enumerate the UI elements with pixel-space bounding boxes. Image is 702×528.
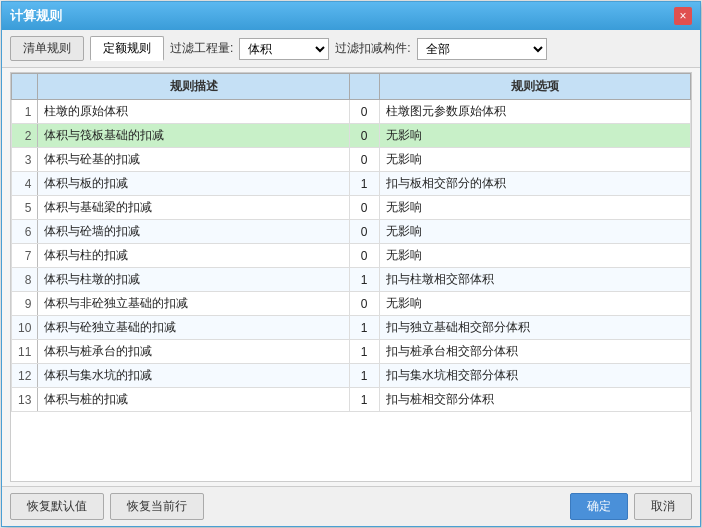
title-bar: 计算规则 × xyxy=(2,2,700,30)
table-row[interactable]: 2体积与筏板基础的扣减0无影响 xyxy=(12,124,691,148)
cell-desc: 体积与桩的扣减 xyxy=(38,388,349,412)
cell-index: 5 xyxy=(12,196,38,220)
table-row[interactable]: 10体积与砼独立基础的扣减1扣与独立基础相交部分体积 xyxy=(12,316,691,340)
footer-right: 确定 取消 xyxy=(570,493,692,520)
col-index-header xyxy=(12,74,38,100)
table-content: 规则描述 规则选项 1柱墩的原始体积0柱墩图元参数原始体积2体积与筏板基础的扣减… xyxy=(2,68,700,486)
cell-desc: 体积与非砼独立基础的扣减 xyxy=(38,292,349,316)
cell-option: 无影响 xyxy=(379,196,690,220)
table-container[interactable]: 规则描述 规则选项 1柱墩的原始体积0柱墩图元参数原始体积2体积与筏板基础的扣减… xyxy=(10,72,692,482)
table-row[interactable]: 8体积与柱墩的扣减1扣与柱墩相交部体积 xyxy=(12,268,691,292)
cell-index: 6 xyxy=(12,220,38,244)
filter-project-label: 过滤工程量: xyxy=(170,40,233,57)
cell-option: 柱墩图元参数原始体积 xyxy=(379,100,690,124)
table-row[interactable]: 7体积与柱的扣减0无影响 xyxy=(12,244,691,268)
cell-desc: 柱墩的原始体积 xyxy=(38,100,349,124)
cell-option: 扣与集水坑相交部分体积 xyxy=(379,364,690,388)
cell-index: 1 xyxy=(12,100,38,124)
filter-deduct-select[interactable]: 全部 xyxy=(417,38,547,60)
cell-option: 无影响 xyxy=(379,244,690,268)
cell-num: 0 xyxy=(349,196,379,220)
cell-num: 0 xyxy=(349,124,379,148)
tab-dinge[interactable]: 定额规则 xyxy=(90,36,164,61)
cell-option: 扣与桩相交部分体积 xyxy=(379,388,690,412)
table-row[interactable]: 6体积与砼墙的扣减0无影响 xyxy=(12,220,691,244)
cell-desc: 体积与砼墙的扣减 xyxy=(38,220,349,244)
col-desc-header: 规则描述 xyxy=(38,74,349,100)
cell-num: 1 xyxy=(349,388,379,412)
table-row[interactable]: 3体积与砼基的扣减0无影响 xyxy=(12,148,691,172)
cell-num: 1 xyxy=(349,364,379,388)
table-row[interactable]: 1柱墩的原始体积0柱墩图元参数原始体积 xyxy=(12,100,691,124)
cell-index: 13 xyxy=(12,388,38,412)
cell-desc: 体积与筏板基础的扣减 xyxy=(38,124,349,148)
cell-desc: 体积与柱墩的扣减 xyxy=(38,268,349,292)
cell-index: 2 xyxy=(12,124,38,148)
rules-table: 规则描述 规则选项 1柱墩的原始体积0柱墩图元参数原始体积2体积与筏板基础的扣减… xyxy=(11,73,691,412)
cell-index: 7 xyxy=(12,244,38,268)
table-row[interactable]: 11体积与桩承台的扣减1扣与桩承台相交部分体积 xyxy=(12,340,691,364)
cell-num: 0 xyxy=(349,292,379,316)
cell-desc: 体积与柱的扣减 xyxy=(38,244,349,268)
col-option-header: 规则选项 xyxy=(379,74,690,100)
cell-desc: 体积与砼基的扣减 xyxy=(38,148,349,172)
cell-option: 扣与柱墩相交部体积 xyxy=(379,268,690,292)
cell-option: 无影响 xyxy=(379,220,690,244)
dialog: 计算规则 × 清单规则 定额规则 过滤工程量: 体积 过滤扣减构件: 全部 规则… xyxy=(1,1,701,527)
cell-index: 9 xyxy=(12,292,38,316)
table-row[interactable]: 12体积与集水坑的扣减1扣与集水坑相交部分体积 xyxy=(12,364,691,388)
cell-num: 1 xyxy=(349,268,379,292)
footer-left: 恢复默认值 恢复当前行 xyxy=(10,493,204,520)
cell-desc: 体积与基础梁的扣减 xyxy=(38,196,349,220)
restore-default-button[interactable]: 恢复默认值 xyxy=(10,493,104,520)
cell-index: 10 xyxy=(12,316,38,340)
dialog-title: 计算规则 xyxy=(10,7,62,25)
cancel-button[interactable]: 取消 xyxy=(634,493,692,520)
restore-current-button[interactable]: 恢复当前行 xyxy=(110,493,204,520)
cell-desc: 体积与板的扣减 xyxy=(38,172,349,196)
cell-index: 3 xyxy=(12,148,38,172)
tab-qingdan[interactable]: 清单规则 xyxy=(10,36,84,61)
cell-index: 8 xyxy=(12,268,38,292)
cell-index: 11 xyxy=(12,340,38,364)
cell-option: 扣与独立基础相交部分体积 xyxy=(379,316,690,340)
col-num-header xyxy=(349,74,379,100)
footer: 恢复默认值 恢复当前行 确定 取消 xyxy=(2,486,700,526)
filter-deduct-label: 过滤扣减构件: xyxy=(335,40,410,57)
cell-num: 0 xyxy=(349,244,379,268)
cell-option: 无影响 xyxy=(379,124,690,148)
table-row[interactable]: 4体积与板的扣减1扣与板相交部分的体积 xyxy=(12,172,691,196)
cell-num: 0 xyxy=(349,148,379,172)
table-row[interactable]: 5体积与基础梁的扣减0无影响 xyxy=(12,196,691,220)
toolbar: 清单规则 定额规则 过滤工程量: 体积 过滤扣减构件: 全部 xyxy=(2,30,700,68)
cell-option: 扣与桩承台相交部分体积 xyxy=(379,340,690,364)
table-body: 1柱墩的原始体积0柱墩图元参数原始体积2体积与筏板基础的扣减0无影响3体积与砼基… xyxy=(12,100,691,412)
cell-num: 1 xyxy=(349,316,379,340)
table-row[interactable]: 13体积与桩的扣减1扣与桩相交部分体积 xyxy=(12,388,691,412)
filter-project-select[interactable]: 体积 xyxy=(239,38,329,60)
cell-num: 1 xyxy=(349,340,379,364)
cell-option: 无影响 xyxy=(379,292,690,316)
cell-num: 0 xyxy=(349,100,379,124)
table-row[interactable]: 9体积与非砼独立基础的扣减0无影响 xyxy=(12,292,691,316)
close-button[interactable]: × xyxy=(674,7,692,25)
table-header: 规则描述 规则选项 xyxy=(12,74,691,100)
cell-num: 0 xyxy=(349,220,379,244)
ok-button[interactable]: 确定 xyxy=(570,493,628,520)
cell-desc: 体积与砼独立基础的扣减 xyxy=(38,316,349,340)
cell-option: 无影响 xyxy=(379,148,690,172)
cell-desc: 体积与集水坑的扣减 xyxy=(38,364,349,388)
cell-desc: 体积与桩承台的扣减 xyxy=(38,340,349,364)
cell-index: 4 xyxy=(12,172,38,196)
cell-index: 12 xyxy=(12,364,38,388)
cell-option: 扣与板相交部分的体积 xyxy=(379,172,690,196)
cell-num: 1 xyxy=(349,172,379,196)
